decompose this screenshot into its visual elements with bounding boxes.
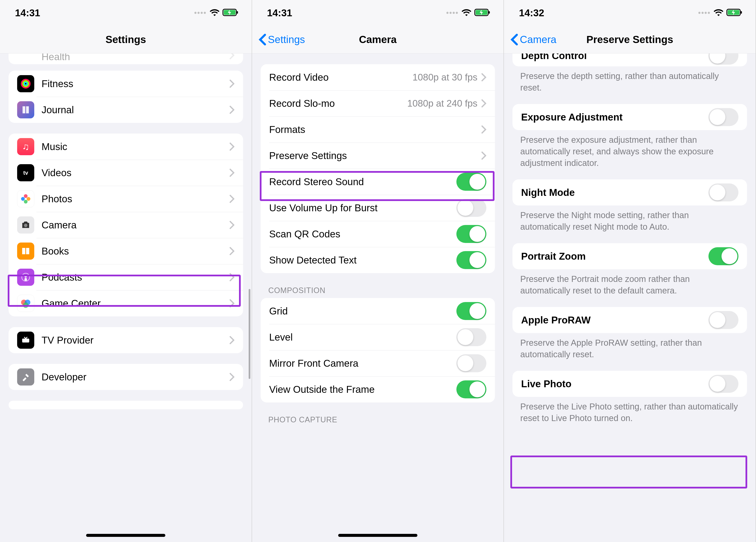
row-label: Scan QR Codes bbox=[269, 228, 457, 240]
status-time: 14:31 bbox=[15, 7, 40, 19]
row-label: Formats bbox=[269, 124, 481, 135]
toggle-volume-burst[interactable] bbox=[456, 199, 486, 217]
toggle-nightmode[interactable] bbox=[708, 184, 738, 202]
row-label: Level bbox=[269, 331, 457, 343]
chevron-right-icon bbox=[229, 221, 235, 229]
status-indicators: •••• bbox=[194, 8, 239, 17]
row-books[interactable]: Books bbox=[9, 238, 243, 264]
status-time: 14:31 bbox=[267, 7, 292, 19]
chevron-right-icon bbox=[229, 336, 235, 344]
toggle-livephoto[interactable] bbox=[708, 375, 738, 393]
row-label: Use Volume Up for Burst bbox=[269, 202, 457, 214]
row-label: Podcasts bbox=[42, 271, 229, 283]
svg-point-15 bbox=[23, 302, 28, 308]
podcasts-icon bbox=[17, 269, 34, 286]
row-formats[interactable]: Formats bbox=[261, 117, 495, 143]
toggle-grid[interactable] bbox=[456, 302, 486, 320]
home-indicator[interactable] bbox=[86, 534, 165, 537]
row-label: Photos bbox=[42, 193, 229, 205]
row-label: Fitness bbox=[42, 78, 229, 90]
row-outside-frame: View Outside the Frame bbox=[261, 376, 495, 402]
preserve-settings-list[interactable]: Depth Control Preserve the depth setting… bbox=[504, 54, 756, 542]
row-record-video[interactable]: Record Video 1080p at 30 fps bbox=[261, 64, 495, 90]
row-stereo-sound: Record Stereo Sound bbox=[261, 169, 495, 195]
settings-group-media: ♫ Music tv Videos Photos Camera bbox=[9, 134, 243, 316]
row-label: Books bbox=[42, 245, 229, 257]
row-journal[interactable]: Journal bbox=[9, 97, 243, 123]
svg-rect-22 bbox=[741, 11, 742, 13]
row-gamecenter[interactable]: Game Center bbox=[9, 290, 243, 316]
svg-point-6 bbox=[24, 194, 27, 198]
row-developer[interactable]: Developer bbox=[9, 364, 243, 390]
toggle-proraw[interactable] bbox=[708, 311, 738, 329]
chevron-right-icon bbox=[229, 273, 235, 281]
back-label: Camera bbox=[520, 34, 556, 45]
row-volume-burst: Use Volume Up for Burst bbox=[261, 195, 495, 221]
footer-exposure: Preserve the exposure adjustment, rather… bbox=[520, 134, 739, 169]
row-label: Game Center bbox=[42, 297, 229, 309]
toggle-detected-text[interactable] bbox=[456, 251, 486, 269]
settings-group-developer: Developer bbox=[9, 364, 243, 390]
toggle-outside-frame[interactable] bbox=[456, 380, 486, 398]
row-label: Music bbox=[42, 141, 229, 153]
scrollbar[interactable] bbox=[249, 289, 250, 379]
row-music[interactable]: ♫ Music bbox=[9, 134, 243, 160]
chevron-right-icon bbox=[229, 373, 235, 381]
row-preserve-settings[interactable]: Preserve Settings bbox=[261, 143, 495, 169]
page-title: Settings bbox=[106, 34, 146, 45]
tv-icon: tv bbox=[17, 164, 34, 181]
battery-charging-icon bbox=[474, 9, 491, 17]
toggle-mirror-front[interactable] bbox=[456, 354, 486, 372]
chevron-right-icon bbox=[229, 106, 235, 114]
camera-settings-list[interactable]: Record Video 1080p at 30 fps Record Slo-… bbox=[252, 54, 504, 542]
screen-settings: 14:31 •••• Settings Health Fitness bbox=[0, 0, 252, 542]
svg-rect-16 bbox=[22, 339, 29, 342]
chevron-right-icon bbox=[229, 169, 235, 177]
nav-header: Camera Preserve Settings bbox=[504, 26, 756, 54]
row-videos[interactable]: tv Videos bbox=[9, 160, 243, 186]
svg-rect-19 bbox=[489, 11, 490, 13]
cellular-dots-icon: •••• bbox=[194, 8, 206, 17]
row-label: Developer bbox=[42, 371, 229, 383]
row-record-slomo[interactable]: Record Slo-mo 1080p at 240 fps bbox=[261, 90, 495, 117]
screen-camera: 14:31 •••• Settings Camera Record Video … bbox=[252, 0, 504, 542]
preserve-group-proraw: Apple ProRAW bbox=[512, 307, 747, 333]
chevron-right-icon bbox=[481, 151, 486, 160]
back-button[interactable]: Camera bbox=[510, 34, 556, 46]
back-button[interactable]: Settings bbox=[258, 34, 305, 46]
toggle-stereo-sound[interactable] bbox=[456, 173, 486, 191]
row-podcasts[interactable]: Podcasts bbox=[9, 264, 243, 290]
settings-list[interactable]: Health Fitness Journal ♫ bbox=[0, 54, 252, 542]
status-bar: 14:31 •••• bbox=[252, 0, 504, 26]
settings-group-next-peek bbox=[9, 401, 243, 409]
row-label: Videos bbox=[42, 167, 229, 179]
svg-point-11 bbox=[25, 275, 27, 277]
toggle-level[interactable] bbox=[456, 328, 486, 346]
settings-group-tv: TV Provider bbox=[9, 327, 243, 353]
chevron-left-icon bbox=[510, 34, 518, 46]
row-detected-text: Show Detected Text bbox=[261, 247, 495, 273]
camera-group-main: Record Video 1080p at 30 fps Record Slo-… bbox=[261, 64, 495, 273]
section-photo-capture: PHOTO CAPTURE bbox=[268, 415, 487, 424]
row-tvprovider[interactable]: TV Provider bbox=[9, 327, 243, 353]
row-mirror-front: Mirror Front Camera bbox=[261, 350, 495, 376]
footer-nightmode: Preserve the Night mode setting, rather … bbox=[520, 209, 739, 233]
home-indicator[interactable] bbox=[338, 534, 417, 537]
chevron-right-icon bbox=[229, 195, 235, 203]
svg-point-5 bbox=[24, 82, 27, 85]
toggle-portrait-zoom[interactable] bbox=[708, 247, 738, 265]
row-photos[interactable]: Photos bbox=[9, 186, 243, 212]
nav-header: Settings Camera bbox=[252, 26, 504, 54]
toggle-exposure[interactable] bbox=[708, 108, 738, 126]
preserve-group-portrait: Portrait Zoom bbox=[512, 243, 747, 269]
toggle-scan-qr[interactable] bbox=[456, 225, 486, 243]
toggle-depth-control[interactable] bbox=[708, 54, 738, 65]
row-detail: 1080p at 240 fps bbox=[407, 98, 478, 109]
row-fitness[interactable]: Fitness bbox=[9, 71, 243, 97]
row-camera[interactable]: Camera bbox=[9, 212, 243, 238]
page-title: Camera bbox=[359, 34, 397, 45]
footer-livephoto: Preserve the Live Photo setting, rather … bbox=[520, 401, 739, 424]
highlight-livephoto bbox=[510, 455, 747, 488]
svg-point-8 bbox=[24, 200, 27, 203]
row-label: Camera bbox=[42, 219, 229, 231]
